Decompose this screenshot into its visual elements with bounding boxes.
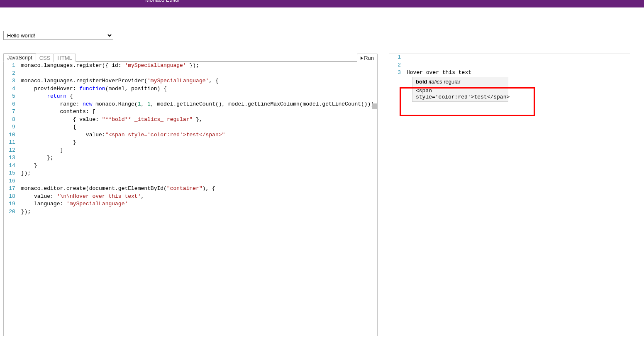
line-number: 16	[4, 177, 15, 185]
code-area[interactable]: monaco.languages.register({ id: 'mySpeci…	[21, 62, 377, 336]
hover-italic-text: italics	[429, 79, 442, 85]
code-line[interactable]: language: 'mySpecialLanguage'	[21, 200, 377, 208]
code-line[interactable]: monaco.languages.register({ id: 'mySpeci…	[21, 62, 377, 70]
sample-dropdown[interactable]: Hello world!	[3, 31, 113, 40]
preview-line[interactable]	[407, 62, 630, 69]
code-line[interactable]: }	[21, 139, 377, 147]
header-bar: Monaco Editor	[0, 0, 644, 7]
code-line[interactable]: value:"<span style='color:red'>test</spa…	[21, 131, 377, 139]
code-line[interactable]: value: '\n\nHover over this text',	[21, 193, 377, 201]
tab-javascript[interactable]: JavaScript	[3, 53, 36, 62]
line-number: 15	[4, 170, 15, 177]
preview-gutter: 123	[389, 54, 407, 77]
hover-plain-text: regular	[442, 79, 461, 85]
hover-row-1: bold italics regular	[412, 77, 508, 86]
line-number: 1	[4, 62, 15, 70]
tab-html[interactable]: HTML	[54, 54, 76, 62]
line-number: 6	[4, 101, 15, 108]
code-line[interactable]: });	[21, 208, 377, 216]
code-line[interactable]: monaco.languages.registerHoverProvider('…	[21, 77, 377, 85]
code-editor[interactable]: 1234567891011121314151617181920 monaco.l…	[3, 62, 378, 336]
code-line[interactable]: {	[21, 123, 377, 131]
tab-label: HTML	[57, 55, 72, 61]
run-button[interactable]: Run	[357, 54, 378, 62]
tab-css[interactable]: CSS	[36, 54, 54, 62]
line-number: 7	[4, 108, 15, 116]
line-number: 19	[4, 200, 15, 208]
sample-selector-row: Hello world!	[0, 31, 644, 40]
header-title: Monaco Editor	[145, 0, 180, 3]
line-number: 8	[4, 116, 15, 124]
code-line[interactable]: return {	[21, 93, 377, 101]
code-line[interactable]: }	[21, 162, 377, 170]
tabbar-spacer	[76, 61, 357, 62]
code-line[interactable]: };	[21, 154, 377, 162]
preview-line[interactable]: Hover over this text	[407, 69, 630, 77]
preview-editor[interactable]: 123 Hover over this text	[389, 53, 630, 77]
line-number-gutter: 1234567891011121314151617181920	[4, 62, 21, 336]
code-line[interactable]: ]	[21, 147, 377, 155]
line-number: 12	[4, 147, 15, 155]
line-number: 3	[389, 69, 401, 77]
workarea: JavaScript CSS HTML Run 1234567891011121…	[0, 53, 644, 336]
code-line[interactable]	[21, 177, 377, 185]
hover-row-2: <span style='color:red'>test</span>	[412, 86, 508, 101]
scrollbar-thumb[interactable]	[372, 103, 377, 109]
line-number: 11	[4, 139, 15, 147]
code-line[interactable]: provideHover: function(model, position) …	[21, 85, 377, 93]
line-number: 2	[389, 62, 401, 69]
code-line[interactable]: });	[21, 170, 377, 177]
line-number: 18	[4, 193, 15, 201]
code-line[interactable]: contents: [	[21, 108, 377, 116]
hover-tooltip: bold italics regular <span style='color:…	[412, 77, 508, 102]
code-line[interactable]	[21, 70, 377, 78]
run-label: Run	[364, 55, 374, 61]
line-number: 2	[4, 70, 15, 78]
line-number: 13	[4, 154, 15, 162]
line-number: 20	[4, 208, 15, 216]
code-line[interactable]: monaco.editor.create(document.getElement…	[21, 185, 377, 193]
line-number: 1	[389, 54, 401, 62]
tab-bar: JavaScript CSS HTML Run	[3, 53, 378, 62]
line-number: 9	[4, 123, 15, 131]
line-number: 17	[4, 185, 15, 193]
tab-label: CSS	[39, 55, 51, 61]
editor-panel: JavaScript CSS HTML Run 1234567891011121…	[3, 53, 378, 336]
preview-line[interactable]	[407, 54, 630, 62]
line-number: 14	[4, 162, 15, 170]
line-number: 10	[4, 131, 15, 139]
play-icon	[361, 57, 363, 60]
line-number: 4	[4, 85, 15, 93]
code-line[interactable]: { value: "**bold** _italics_ regular" },	[21, 116, 377, 124]
code-line[interactable]: range: new monaco.Range(1, 1, model.getL…	[21, 101, 377, 108]
hover-bold-text: bold	[416, 79, 427, 85]
tab-label: JavaScript	[7, 54, 32, 61]
preview-code[interactable]: Hover over this text	[407, 54, 630, 77]
line-number: 3	[4, 77, 15, 85]
preview-panel: 123 Hover over this text bold italics re…	[389, 53, 630, 336]
line-number: 5	[4, 93, 15, 101]
